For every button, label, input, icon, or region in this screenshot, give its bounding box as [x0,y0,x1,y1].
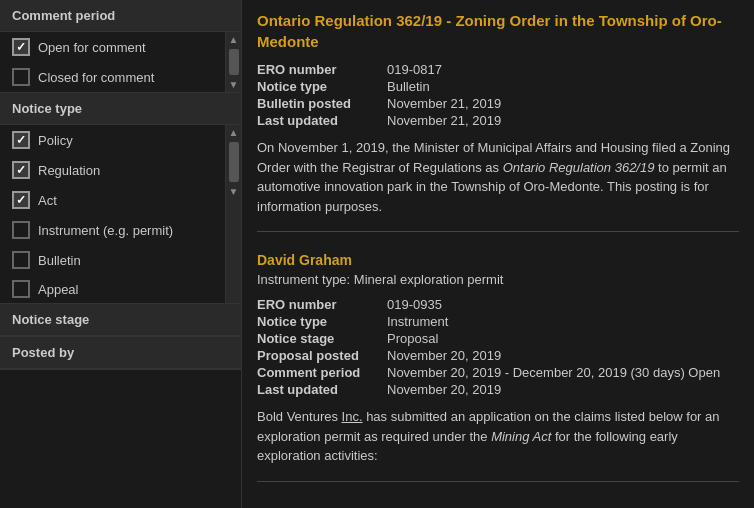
bulletin-posted-row: Bulletin posted November 21, 2019 [257,96,739,111]
notice-type-label-2: Notice type [257,314,387,329]
policy-item[interactable]: Policy [0,125,225,155]
ero-number-label-1: ERO number [257,62,387,77]
regulation-label: Regulation [38,163,100,178]
appeal-checkbox[interactable] [12,280,30,298]
closed-for-comment-label: Closed for comment [38,70,154,85]
instrument-checkbox[interactable] [12,221,30,239]
notice-type-items: Policy Regulation Act Instrument (e.g. p… [0,125,241,303]
notice-1-italic: Ontario Regulation 362/19 [503,160,655,175]
comment-period-header: Comment period [0,0,241,32]
proposal-posted-value: November 20, 2019 [387,348,501,363]
last-updated-row-1: Last updated November 21, 2019 [257,113,739,128]
notice-2-card: David Graham Instrument type: Mineral ex… [257,252,739,482]
notice-type-scroll-thumb[interactable] [229,142,239,182]
act-checkbox[interactable] [12,191,30,209]
posted-by-section: Posted by [0,337,241,370]
appeal-item[interactable]: Appeal [0,275,225,303]
comment-period-section: Comment period Open for comment Closed f… [0,0,241,93]
scroll-down-arrow[interactable]: ▼ [227,77,241,92]
notice-stage-section: Notice stage [0,304,241,337]
notice-stage-value: Proposal [387,331,438,346]
ero-number-value-2: 019-0935 [387,297,442,312]
bulletin-item[interactable]: Bulletin [0,245,225,275]
ero-number-row-1: ERO number 019-0817 [257,62,739,77]
notice-2-underline: Inc. [342,409,363,424]
notice-2-body: Bold Ventures Inc. has submitted an appl… [257,407,739,466]
regulation-item[interactable]: Regulation [0,155,225,185]
comment-period-items: Open for comment Closed for comment ▲ ▼ [0,32,241,92]
policy-label: Policy [38,133,73,148]
notice-1-body: On November 1, 2019, the Minister of Mun… [257,138,739,216]
comment-period-value: November 20, 2019 - December 20, 2019 (3… [387,365,720,380]
posted-by-header: Posted by [0,337,241,369]
comment-period-label: Comment period [257,365,387,380]
open-for-comment-checkbox[interactable] [12,38,30,56]
notice-2-meta: ERO number 019-0935 Notice type Instrume… [257,297,739,397]
proposal-posted-label: Proposal posted [257,348,387,363]
last-updated-value-1: November 21, 2019 [387,113,501,128]
notice-1-card: Ontario Regulation 362/19 - Zoning Order… [257,10,739,232]
act-item[interactable]: Act [0,185,225,215]
regulation-checkbox[interactable] [12,161,30,179]
notice-type-row-2: Notice type Instrument [257,314,739,329]
ero-number-value-1: 019-0817 [387,62,442,77]
notice-type-scrollbar[interactable]: ▲ ▼ [225,125,241,303]
last-updated-label-1: Last updated [257,113,387,128]
scroll-up-arrow[interactable]: ▲ [227,32,241,47]
appeal-label: Appeal [38,282,78,297]
notice-type-label-1: Notice type [257,79,387,94]
notice-type-value-2: Instrument [387,314,448,329]
instrument-label: Instrument (e.g. permit) [38,223,173,238]
notice-2-body-before: Bold Ventures Inc. [257,409,363,424]
notice-type-header: Notice type [0,93,241,125]
notice-type-scroll-up[interactable]: ▲ [227,125,241,140]
bulletin-posted-value: November 21, 2019 [387,96,501,111]
comment-period-scrollbar[interactable]: ▲ ▼ [225,32,241,92]
notice-2-italic: Mining Act [491,429,551,444]
last-updated-row-2: Last updated November 20, 2019 [257,382,739,397]
last-updated-value-2: November 20, 2019 [387,382,501,397]
content-area: Ontario Regulation 362/19 - Zoning Order… [242,0,754,508]
ero-number-label-2: ERO number [257,297,387,312]
open-for-comment-item[interactable]: Open for comment [0,32,225,62]
bulletin-posted-label: Bulletin posted [257,96,387,111]
notice-1-meta: ERO number 019-0817 Notice type Bulletin… [257,62,739,128]
closed-for-comment-item[interactable]: Closed for comment [0,62,225,92]
bulletin-label: Bulletin [38,253,81,268]
notice-stage-row: Notice stage Proposal [257,331,739,346]
notice-type-row-1: Notice type Bulletin [257,79,739,94]
closed-for-comment-checkbox[interactable] [12,68,30,86]
sidebar: Comment period Open for comment Closed f… [0,0,242,508]
last-updated-label-2: Last updated [257,382,387,397]
notice-type-section: Notice type Policy Regulation Act In [0,93,241,304]
notice-1-title[interactable]: Ontario Regulation 362/19 - Zoning Order… [257,10,739,52]
instrument-item[interactable]: Instrument (e.g. permit) [0,215,225,245]
notice-type-value-1: Bulletin [387,79,430,94]
notice-stage-header: Notice stage [0,304,241,336]
proposal-posted-row: Proposal posted November 20, 2019 [257,348,739,363]
ero-number-row-2: ERO number 019-0935 [257,297,739,312]
notice-type-scroll-down[interactable]: ▼ [227,184,241,199]
person-name[interactable]: David Graham [257,252,739,268]
scroll-thumb[interactable] [229,49,239,75]
open-for-comment-label: Open for comment [38,40,146,55]
act-label: Act [38,193,57,208]
bulletin-checkbox[interactable] [12,251,30,269]
comment-period-row: Comment period November 20, 2019 - Decem… [257,365,739,380]
instrument-type-label: Instrument type: Mineral exploration per… [257,272,739,287]
policy-checkbox[interactable] [12,131,30,149]
notice-stage-label: Notice stage [257,331,387,346]
